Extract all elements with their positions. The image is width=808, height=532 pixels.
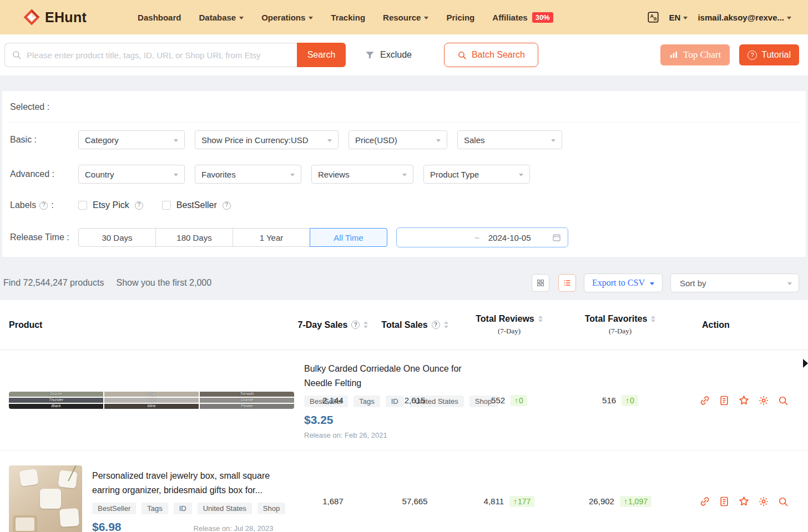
up-arrow-icon: ↑ bbox=[625, 396, 629, 405]
favorite-star-icon[interactable] bbox=[738, 394, 750, 406]
currency-dropdown[interactable]: Show Price in Currency:USD bbox=[195, 130, 339, 149]
checkbox[interactable] bbox=[162, 201, 171, 210]
batch-search-button[interactable]: Batch Search bbox=[444, 43, 538, 67]
up-arrow-icon: ↑ bbox=[624, 497, 628, 506]
etsy-pick-checkbox[interactable]: Etsy Pick ? bbox=[78, 200, 143, 210]
chevron-down-icon bbox=[787, 282, 792, 285]
help-icon[interactable]: ? bbox=[135, 201, 143, 210]
search-input[interactable] bbox=[27, 50, 290, 60]
svg-text:A: A bbox=[650, 13, 654, 19]
help-icon[interactable]: ? bbox=[432, 321, 440, 329]
reviews-dropdown[interactable]: Reviews bbox=[311, 165, 413, 184]
chart-icon bbox=[669, 50, 678, 59]
nav-label: Operations bbox=[261, 13, 305, 22]
account-menu[interactable]: ismail.aksoy@rexve... bbox=[698, 13, 791, 22]
calendar-icon[interactable] bbox=[552, 233, 561, 242]
gear-icon[interactable] bbox=[758, 395, 769, 406]
help-icon[interactable]: ? bbox=[351, 321, 360, 329]
gear-icon[interactable] bbox=[758, 496, 769, 507]
nav-item-tracking[interactable]: Tracking bbox=[331, 13, 365, 22]
export-csv-button[interactable]: Export to CSV bbox=[584, 273, 663, 292]
product-title[interactable]: Personalized travel jewelry box, small s… bbox=[92, 469, 279, 498]
cell-actions bbox=[680, 394, 808, 406]
help-icon[interactable]: ? bbox=[223, 201, 231, 210]
wool-swatch: Drizzle bbox=[9, 392, 103, 397]
nav-item-operations[interactable]: Operations bbox=[261, 13, 313, 22]
favorite-star-icon[interactable] bbox=[738, 495, 750, 507]
price-dropdown[interactable]: Price(USD) bbox=[349, 130, 447, 149]
language-selector[interactable]: EN bbox=[669, 13, 688, 22]
sort-by-dropdown[interactable]: Sort by bbox=[670, 273, 799, 292]
sort-toggle[interactable] bbox=[444, 321, 448, 328]
nav-item-resource[interactable]: Resource bbox=[383, 13, 428, 22]
search-button[interactable]: Search bbox=[297, 43, 346, 67]
header-actions: Top Chart ? Tutorial bbox=[660, 44, 799, 65]
header-label: 7-Day Sales bbox=[298, 320, 348, 330]
bestseller-checkbox[interactable]: BestSeller ? bbox=[162, 200, 231, 210]
grid-view-icon bbox=[536, 278, 545, 287]
dropdown-value: Category bbox=[85, 135, 119, 145]
chevron-down-icon bbox=[436, 139, 441, 142]
up-arrow-icon: ↑ bbox=[513, 497, 517, 506]
side-drawer-handle[interactable] bbox=[803, 359, 808, 368]
favorites-dropdown[interactable]: Favorites bbox=[195, 165, 301, 184]
analyze-search-icon[interactable] bbox=[777, 395, 789, 406]
chevron-down-icon bbox=[402, 174, 407, 176]
sort-toggle[interactable] bbox=[363, 321, 368, 328]
product-badge[interactable]: Shop bbox=[257, 503, 285, 514]
category-dropdown[interactable]: Category bbox=[78, 130, 185, 149]
product-price: $3.25 bbox=[304, 413, 334, 427]
checkbox-label: Etsy Pick bbox=[93, 200, 129, 210]
copy-link-icon[interactable] bbox=[699, 395, 710, 406]
copy-link-icon[interactable] bbox=[699, 496, 710, 507]
release-180-days[interactable]: 180 Days bbox=[155, 228, 233, 247]
cell-total-favorites: 516 ↑0 bbox=[560, 395, 680, 406]
product-image[interactable]: Drizzle Fog Tornado Thunder Ash Granite … bbox=[9, 392, 294, 409]
results-shown: Show you the first 2,000 bbox=[116, 278, 211, 288]
sort-toggle[interactable] bbox=[651, 316, 655, 323]
notes-icon[interactable] bbox=[719, 496, 730, 507]
nav-label: Pricing bbox=[446, 13, 474, 22]
grid-view-button[interactable] bbox=[532, 274, 549, 292]
checkbox[interactable] bbox=[78, 201, 87, 210]
language-label: EN bbox=[669, 13, 681, 22]
favorites-value: 26,902 bbox=[589, 496, 614, 506]
notes-icon[interactable] bbox=[719, 395, 730, 406]
analyze-search-icon[interactable] bbox=[777, 496, 789, 507]
sort-toggle[interactable] bbox=[538, 316, 543, 323]
tutorial-button[interactable]: ? Tutorial bbox=[739, 44, 799, 65]
product-badge[interactable]: United States bbox=[198, 503, 252, 514]
translate-icon[interactable]: A bbox=[647, 11, 659, 23]
jewelry-box-open bbox=[13, 515, 37, 532]
ehunt-logo[interactable]: EHunt bbox=[22, 8, 87, 27]
release-30-days[interactable]: 30 Days bbox=[78, 228, 156, 247]
nav-item-pricing[interactable]: Pricing bbox=[446, 13, 474, 22]
nav-item-database[interactable]: Database bbox=[199, 13, 244, 22]
product-title[interactable]: Bulky Carded Corriedale One Ounce for Ne… bbox=[304, 362, 491, 391]
product-cell: Personalized travel jewelry box, small s… bbox=[9, 465, 294, 532]
chevron-down-icon bbox=[650, 282, 654, 285]
product-type-dropdown[interactable]: Product Type bbox=[423, 165, 530, 184]
release-all-time[interactable]: All Time bbox=[310, 228, 387, 247]
dropdown-value: Sales bbox=[464, 135, 485, 145]
nav-item-dashboard[interactable]: Dashboard bbox=[138, 13, 181, 22]
product-badge[interactable]: ID bbox=[174, 503, 192, 514]
release-time-segments: 30 Days 180 Days 1 Year All Time bbox=[78, 228, 387, 247]
nav-item-affiliates[interactable]: Affiliates 30% bbox=[492, 12, 553, 23]
cell-actions bbox=[680, 495, 808, 507]
nav-label: Tracking bbox=[331, 13, 365, 22]
release-1-year[interactable]: 1 Year bbox=[233, 228, 310, 247]
list-view-button[interactable] bbox=[558, 274, 576, 292]
header-label: Total Sales bbox=[381, 320, 427, 330]
top-chart-button[interactable]: Top Chart bbox=[660, 44, 730, 65]
product-image[interactable] bbox=[9, 465, 82, 532]
product-badge[interactable]: BestSeller bbox=[92, 503, 136, 514]
release-date-range[interactable]: ~ 2024-10-05 bbox=[396, 227, 568, 247]
help-icon[interactable]: ? bbox=[39, 201, 48, 210]
date-end-value: 2024-10-05 bbox=[488, 233, 531, 242]
sales-dropdown[interactable]: Sales bbox=[457, 130, 562, 149]
exclude-toggle[interactable]: Exclude bbox=[365, 50, 412, 60]
nav-label: Dashboard bbox=[138, 13, 181, 22]
country-dropdown[interactable]: Country bbox=[78, 165, 185, 184]
product-badge[interactable]: Tags bbox=[142, 503, 168, 514]
